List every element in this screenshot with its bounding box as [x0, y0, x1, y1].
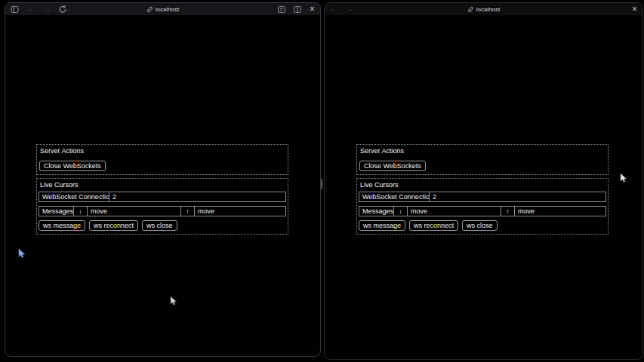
ws-message-button[interactable]: ws message: [359, 220, 405, 231]
outgoing-arrow-icon: ↑: [180, 207, 194, 216]
live-cursors-title: Live Cursors: [360, 181, 606, 189]
messages-label: Messages: [359, 207, 393, 216]
connections-row: WebSocket Connections 2: [39, 192, 286, 202]
titlebar: ← → localhost ×: [325, 3, 642, 15]
reader-mode-button[interactable]: [278, 6, 285, 13]
server-actions-title: Server Actions: [360, 147, 606, 155]
ws-reconnect-button[interactable]: ws reconnect: [409, 220, 458, 231]
reader-mode-icon: [278, 6, 285, 13]
ws-buttons-row: ws message ws reconnect ws close: [359, 220, 606, 231]
connections-label: WebSocket Connections: [39, 192, 109, 201]
close-icon: ×: [632, 5, 637, 13]
outgoing-message: move: [514, 207, 605, 216]
connections-count: 2: [429, 192, 605, 201]
live-cursors-section: Live Cursors WebSocket Connections 2 Mes…: [356, 178, 609, 235]
split-view-button[interactable]: [294, 6, 301, 13]
messages-row: Messages ↓ move ↑ move: [359, 206, 606, 216]
connections-label: WebSocket Connections: [359, 192, 429, 201]
titlebar-right-controls: ×: [278, 5, 315, 13]
ws-message-button[interactable]: ws message: [39, 220, 85, 231]
forward-icon: →: [43, 5, 51, 13]
close-websockets-button[interactable]: Close WebSockets: [39, 161, 106, 171]
ws-buttons-row: ws message ws reconnect ws close: [39, 220, 286, 231]
ws-reconnect-button[interactable]: ws reconnect: [89, 220, 138, 231]
titlebar-left-controls: ← →: [330, 5, 353, 13]
messages-row: Messages ↓ move ↑ move: [39, 206, 286, 216]
mouse-pointer: [620, 173, 627, 183]
browser-window-right: ← → localhost × Server Actions Close Web…: [324, 2, 643, 360]
link-icon: [467, 6, 474, 13]
browser-window-left: ← → localhost: [5, 2, 321, 357]
incoming-arrow-icon: ↓: [393, 207, 407, 216]
connections-count: 2: [109, 192, 285, 201]
close-window-button[interactable]: ×: [632, 5, 637, 13]
forward-button[interactable]: →: [346, 5, 353, 13]
server-actions-title: Server Actions: [40, 147, 286, 155]
messages-label: Messages: [39, 207, 73, 216]
live-cursors-section: Live Cursors WebSocket Connections 2 Mes…: [36, 178, 288, 235]
remote-cursor-gray: [170, 296, 177, 306]
back-icon: ←: [27, 5, 35, 13]
url-label: localhost: [476, 6, 501, 13]
page-content: Server Actions Close WebSockets Live Cur…: [36, 144, 288, 235]
incoming-message: move: [87, 207, 180, 216]
back-button[interactable]: ←: [27, 5, 35, 13]
titlebar-right-controls: ×: [632, 5, 637, 13]
page-content: Server Actions Close WebSockets Live Cur…: [356, 144, 609, 235]
close-websockets-button[interactable]: Close WebSockets: [359, 161, 426, 171]
close-icon: ×: [310, 5, 315, 13]
outgoing-message: move: [194, 207, 285, 216]
forward-button[interactable]: →: [43, 5, 51, 13]
split-view-icon: [294, 6, 301, 13]
address-display: localhost: [325, 3, 642, 15]
url-label: localhost: [156, 6, 180, 13]
reload-icon: [59, 5, 66, 13]
titlebar: ← → localhost: [5, 3, 320, 15]
back-icon: ←: [330, 5, 337, 13]
connections-row: WebSocket Connections 2: [359, 192, 606, 202]
forward-icon: →: [346, 5, 353, 13]
ws-close-button[interactable]: ws close: [142, 220, 177, 231]
window-resize-handle[interactable]: [321, 179, 322, 189]
reload-button[interactable]: [59, 5, 66, 13]
ws-close-button[interactable]: ws close: [462, 220, 498, 231]
server-actions-section: Server Actions Close WebSockets: [356, 144, 609, 175]
sidebar-icon: [11, 6, 19, 13]
incoming-message: move: [407, 207, 501, 216]
sidebar-toggle-button[interactable]: [11, 6, 19, 13]
live-cursors-title: Live Cursors: [40, 181, 286, 189]
outgoing-arrow-icon: ↑: [501, 207, 514, 216]
close-window-button[interactable]: ×: [310, 5, 315, 13]
server-actions-section: Server Actions Close WebSockets: [36, 144, 288, 175]
remote-cursor-blue: [18, 248, 26, 259]
incoming-arrow-icon: ↓: [73, 207, 87, 216]
titlebar-left-controls: ← →: [11, 5, 66, 13]
link-icon: [146, 6, 153, 13]
back-button[interactable]: ←: [330, 5, 337, 13]
